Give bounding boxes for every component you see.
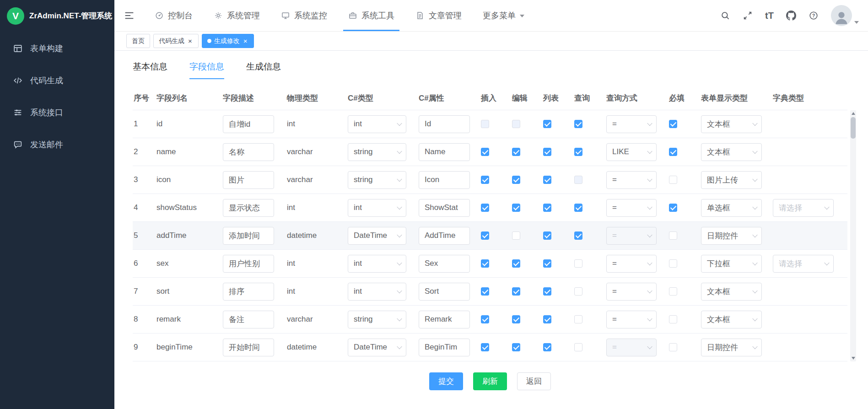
query-mode-select[interactable]: = <box>606 171 657 189</box>
dict-type-select[interactable]: 请选择 <box>773 255 834 273</box>
fullscreen-icon[interactable] <box>743 11 753 21</box>
insert-checkbox[interactable] <box>481 287 489 296</box>
insert-checkbox[interactable] <box>481 176 489 184</box>
edit-checkbox[interactable] <box>512 259 520 268</box>
required-checkbox[interactable] <box>669 287 677 296</box>
query-checkbox[interactable] <box>574 231 582 240</box>
edit-checkbox[interactable] <box>512 343 520 351</box>
cs-property-input[interactable] <box>419 199 470 217</box>
query-mode-select[interactable]: = <box>606 311 657 328</box>
query-mode-select[interactable]: = <box>606 199 657 217</box>
tab-1[interactable]: 字段信息 <box>189 61 224 79</box>
required-checkbox[interactable] <box>669 148 677 156</box>
query-mode-select[interactable]: = <box>606 283 657 301</box>
cs-property-input[interactable] <box>419 283 470 301</box>
required-checkbox[interactable] <box>669 204 677 212</box>
required-checkbox[interactable] <box>669 315 677 323</box>
display-type-select[interactable]: 文本框 <box>701 311 762 328</box>
insert-checkbox[interactable] <box>481 315 489 323</box>
back-button[interactable]: 返回 <box>517 372 551 390</box>
top-menu-item-article-manage[interactable]: 文章管理 <box>405 0 472 31</box>
cs-type-select[interactable]: string <box>348 171 406 189</box>
user-menu[interactable] <box>831 5 859 26</box>
tag-1[interactable]: 代码生成× <box>153 34 199 48</box>
top-menu-item-more-menu[interactable]: 更多菜单 <box>472 0 535 31</box>
edit-checkbox[interactable] <box>512 315 520 323</box>
required-checkbox[interactable] <box>669 343 677 351</box>
query-checkbox[interactable] <box>574 120 582 128</box>
cs-property-input[interactable] <box>419 143 470 161</box>
cs-type-select[interactable]: int <box>348 115 406 133</box>
field-description-input[interactable] <box>223 143 274 161</box>
search-icon[interactable] <box>720 11 730 21</box>
field-description-input[interactable] <box>223 171 274 189</box>
tag-0[interactable]: 首页 <box>126 34 150 48</box>
top-menu-item-system-manage[interactable]: 系统管理 <box>203 0 270 31</box>
avatar[interactable] <box>831 5 852 26</box>
list-checkbox[interactable] <box>543 204 551 212</box>
field-description-input[interactable] <box>223 255 274 273</box>
required-checkbox[interactable] <box>669 176 677 184</box>
list-checkbox[interactable] <box>543 259 551 268</box>
query-checkbox[interactable] <box>574 343 582 351</box>
insert-checkbox[interactable] <box>481 259 489 268</box>
cs-property-input[interactable] <box>419 115 470 133</box>
menu-fold-icon[interactable] <box>114 0 144 31</box>
dict-type-select[interactable]: 请选择 <box>773 199 834 217</box>
query-checkbox[interactable] <box>574 204 582 212</box>
insert-checkbox[interactable] <box>481 148 489 156</box>
scrollbar-thumb[interactable] <box>851 117 856 139</box>
top-menu-item-system-tools[interactable]: 系统工具 <box>338 0 405 31</box>
display-type-select[interactable]: 文本框 <box>701 115 762 133</box>
edit-checkbox[interactable] <box>512 176 520 184</box>
tab-2[interactable]: 生成信息 <box>246 61 281 79</box>
top-menu-item-console[interactable]: 控制台 <box>144 0 203 31</box>
scroll-up-button[interactable] <box>850 110 856 117</box>
cs-type-select[interactable]: int <box>348 255 406 273</box>
refresh-button[interactable]: 刷新 <box>473 372 507 390</box>
insert-checkbox[interactable] <box>481 343 489 351</box>
field-description-input[interactable] <box>223 283 274 301</box>
cs-type-select[interactable]: int <box>348 199 406 217</box>
query-mode-select[interactable]: = <box>606 115 657 133</box>
scroll-down-button[interactable] <box>850 355 856 361</box>
list-checkbox[interactable] <box>543 343 551 351</box>
vertical-scrollbar[interactable] <box>850 110 856 361</box>
list-checkbox[interactable] <box>543 315 551 323</box>
edit-checkbox[interactable] <box>512 231 520 240</box>
display-type-select[interactable]: 单选框 <box>701 199 762 217</box>
help-icon[interactable]: ? <box>809 11 819 21</box>
edit-checkbox[interactable] <box>512 148 520 156</box>
cs-type-select[interactable]: int <box>348 283 406 301</box>
field-description-input[interactable] <box>223 311 274 328</box>
edit-checkbox[interactable] <box>512 204 520 212</box>
query-checkbox[interactable] <box>574 287 582 296</box>
display-type-select[interactable]: 日期控件 <box>701 227 762 245</box>
field-description-input[interactable] <box>223 199 274 217</box>
cs-type-select[interactable]: DateTime <box>348 339 406 356</box>
query-mode-select[interactable]: LIKE <box>606 143 657 161</box>
list-checkbox[interactable] <box>543 231 551 240</box>
list-checkbox[interactable] <box>543 148 551 156</box>
insert-checkbox[interactable] <box>481 204 489 212</box>
required-checkbox[interactable] <box>669 231 677 240</box>
list-checkbox[interactable] <box>543 120 551 128</box>
github-icon[interactable] <box>786 11 796 21</box>
sidebar-item-code-gen[interactable]: 代码生成 <box>0 65 114 97</box>
field-description-input[interactable] <box>223 339 274 356</box>
top-menu-item-system-monitor[interactable]: 系统监控 <box>270 0 338 31</box>
display-type-select[interactable]: 文本框 <box>701 283 762 301</box>
edit-checkbox[interactable] <box>512 287 520 296</box>
required-checkbox[interactable] <box>669 120 677 128</box>
display-type-select[interactable]: 日期控件 <box>701 339 762 356</box>
query-mode-select[interactable]: = <box>606 255 657 273</box>
display-type-select[interactable]: 图片上传 <box>701 171 762 189</box>
display-type-select[interactable]: 下拉框 <box>701 255 762 273</box>
tag-2[interactable]: 生成修改× <box>202 34 254 48</box>
list-checkbox[interactable] <box>543 176 551 184</box>
sidebar-item-system-api[interactable]: 系统接口 <box>0 97 114 129</box>
required-checkbox[interactable] <box>669 259 677 268</box>
submit-button[interactable]: 提交 <box>429 372 463 390</box>
font-size-icon[interactable]: tT <box>765 11 774 20</box>
field-description-input[interactable] <box>223 227 274 245</box>
